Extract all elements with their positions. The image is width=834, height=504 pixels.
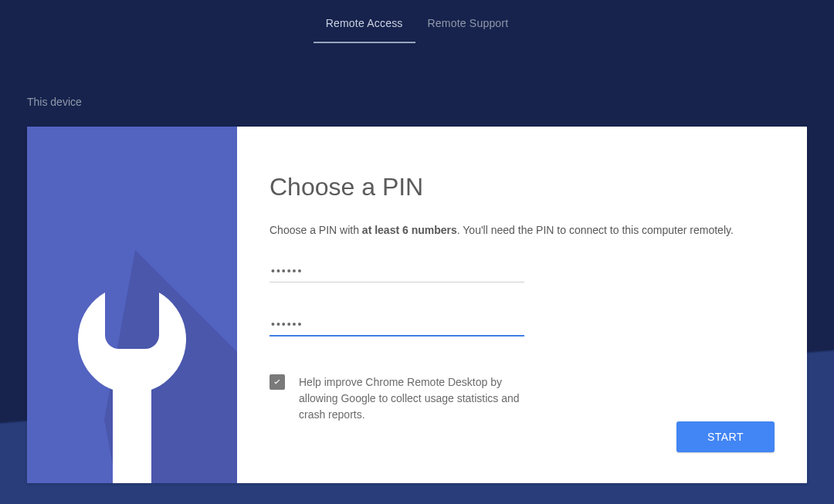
pin-input[interactable]	[270, 260, 524, 282]
pin-confirm-input[interactable]	[270, 313, 524, 337]
card-content: Choose a PIN Choose a PIN with at least …	[237, 127, 807, 483]
wrench-icon	[27, 127, 237, 483]
section-label-this-device: This device	[0, 43, 834, 108]
check-icon	[272, 377, 283, 387]
tab-remote-access[interactable]: Remote Access	[314, 6, 415, 43]
svg-rect-2	[113, 354, 151, 483]
usage-stats-row: Help improve Chrome Remote Desktop by al…	[270, 374, 775, 423]
card-illustration-panel	[27, 127, 237, 483]
setup-card: Choose a PIN Choose a PIN with at least …	[27, 127, 807, 483]
tab-remote-support[interactable]: Remote Support	[415, 6, 521, 43]
usage-stats-checkbox[interactable]	[270, 374, 285, 390]
desc-prefix: Choose a PIN with	[270, 224, 362, 236]
desc-suffix: . You'll need the PIN to connect to this…	[457, 224, 734, 236]
desc-bold: at least 6 numbers	[362, 224, 457, 236]
usage-stats-label: Help improve Chrome Remote Desktop by al…	[299, 374, 531, 423]
tabs-bar: Remote Access Remote Support	[0, 0, 834, 43]
start-button[interactable]: START	[676, 421, 775, 452]
card-title: Choose a PIN	[270, 173, 775, 201]
card-description: Choose a PIN with at least 6 numbers. Yo…	[270, 223, 775, 238]
